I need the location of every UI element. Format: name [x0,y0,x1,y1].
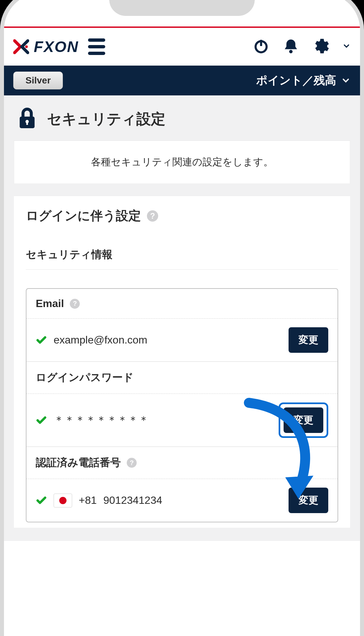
screen: FXON Sil [4,0,360,541]
app-header: FXON [4,28,360,66]
points-label: ポイント／残高 [256,73,336,88]
email-value: example@fxon.com [36,334,147,346]
chevron-down-icon[interactable] [342,42,351,52]
password-value: ＊＊＊＊＊＊＊＊＊ [36,413,149,428]
check-icon [36,335,47,346]
brand-logo[interactable]: FXON [13,38,79,56]
email-text: example@fxon.com [54,334,147,346]
phone-value: +81 9012341234 [36,494,162,507]
table-row-phone: 認証済み電話番号 ? +81 9012341234 変更 [26,447,338,522]
help-icon[interactable]: ? [147,210,158,222]
svg-point-3 [290,50,292,53]
sub-header: Silver ポイント／残高 [4,66,360,95]
help-icon[interactable]: ? [70,299,80,309]
email-label: Email [36,297,64,310]
phone-label-row: 認証済み電話番号 ? [26,447,338,479]
change-email-button[interactable]: 変更 [289,327,328,353]
change-phone-button[interactable]: 変更 [289,488,328,513]
password-label: ログインパスワード [36,370,134,385]
email-label-row: Email ? [26,289,338,319]
tier-badge: Silver [13,72,63,89]
help-icon[interactable]: ? [127,458,137,468]
phone-dial: +81 [79,494,97,506]
page-description: 各種セキュリティ関連の設定をします。 [14,140,350,184]
security-table: Email ? example@fxon.com 変更 [26,288,338,522]
phone-number: 9012341234 [103,494,162,506]
header-left: FXON [13,38,105,56]
svg-rect-6 [26,122,28,125]
phone-notch [109,0,255,16]
points-dropdown[interactable]: ポイント／残高 [256,73,351,88]
power-icon[interactable] [253,38,269,56]
table-row-password: ログインパスワード ＊＊＊＊＊＊＊＊＊ 変更 [26,361,338,447]
phone-value-row: +81 9012341234 変更 [26,479,338,522]
table-row-email: Email ? example@fxon.com 変更 [26,289,338,361]
lock-icon [17,107,37,131]
login-section-title: ログインに伴う設定 [26,207,141,224]
password-text: ＊＊＊＊＊＊＊＊＊ [54,413,149,428]
check-icon [36,495,47,506]
svg-point-0 [25,45,28,48]
brand-mark-icon [13,39,29,55]
phone-frame: FXON Sil [4,0,360,636]
change-password-button[interactable]: 変更 [284,407,323,433]
check-icon [36,415,47,426]
password-value-row: ＊＊＊＊＊＊＊＊＊ 変更 [26,394,338,447]
phone-label: 認証済み電話番号 [36,455,121,470]
page-title: セキュリティ設定 [47,109,165,129]
card-heading: ログインに伴う設定 ? [26,207,338,224]
header-right [253,38,351,56]
menu-icon[interactable] [88,38,105,55]
login-settings-card: ログインに伴う設定 ? セキュリティ情報 Email ? exampl [14,196,350,528]
page-heading: セキュリティ設定 [4,95,360,140]
brand-name: FXON [34,38,79,56]
email-value-row: example@fxon.com 変更 [26,319,338,361]
password-label-row: ログインパスワード [26,362,338,394]
flag-jp-icon [54,494,72,507]
subsection-title: セキュリティ情報 [26,247,338,270]
gear-icon[interactable] [312,38,329,56]
bell-icon[interactable] [283,38,299,56]
highlight-frame: 変更 [279,402,328,438]
chevron-down-icon [341,76,351,85]
page-body: セキュリティ設定 各種セキュリティ関連の設定をします。 ログインに伴う設定 ? … [4,95,360,541]
